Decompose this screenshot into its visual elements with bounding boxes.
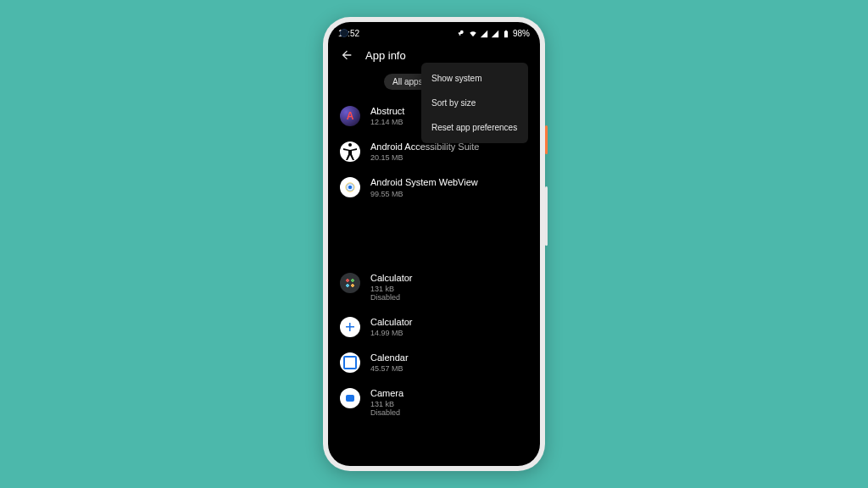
signal-icon-2 xyxy=(491,30,499,38)
app-meta: Calculator14.99 MB xyxy=(370,317,413,337)
app-row[interactable]: Calculator131 kBDisabled xyxy=(340,265,528,309)
menu-item-reset-preferences[interactable]: Reset app preferences xyxy=(421,115,528,140)
wifi-icon xyxy=(469,30,477,38)
volume-button[interactable] xyxy=(545,186,548,246)
page-title: App info xyxy=(365,49,406,62)
phone-frame: 18:52 98% App info All apps Show syst xyxy=(323,17,545,471)
app-name: Camera xyxy=(370,388,403,399)
app-status: Disabled xyxy=(370,408,403,417)
webview-icon xyxy=(340,177,360,197)
app-size: 131 kB xyxy=(370,400,403,408)
app-row[interactable]: Calendar45.57 MB xyxy=(340,345,528,380)
power-button[interactable] xyxy=(545,125,548,154)
app-meta: Android Accessibility Suite20.15 MB xyxy=(370,141,479,162)
camera-icon xyxy=(340,388,360,408)
app-meta: Calendar45.57 MB xyxy=(370,352,409,373)
back-button[interactable] xyxy=(340,48,353,62)
vpn-key-icon xyxy=(458,30,466,38)
app-size: 12.14 MB xyxy=(370,118,404,126)
app-name: Abstruct xyxy=(370,106,404,117)
filter-chip-label: All apps xyxy=(392,77,423,86)
status-bar: 18:52 98% xyxy=(328,22,540,42)
app-name: Android System WebView xyxy=(370,177,478,188)
app-name: Calculator xyxy=(370,317,413,328)
battery-percent: 98% xyxy=(513,29,530,38)
accessibility-icon xyxy=(340,141,360,162)
front-camera xyxy=(340,29,348,37)
calendar-icon xyxy=(340,352,360,373)
svg-point-1 xyxy=(348,186,353,190)
screen: 18:52 98% App info All apps Show syst xyxy=(328,22,540,466)
abstruct-icon: A xyxy=(340,106,360,126)
app-size: 45.57 MB xyxy=(370,364,409,373)
app-name: Calculator xyxy=(370,273,413,284)
app-meta: Camera131 kBDisabled xyxy=(370,388,403,417)
app-row[interactable]: Calculator14.99 MB xyxy=(340,309,528,345)
app-meta: Android System WebView99.55 MB xyxy=(370,177,478,197)
app-name: Android Accessibility Suite xyxy=(370,141,479,152)
app-name: Calendar xyxy=(370,352,409,363)
app-size: 14.99 MB xyxy=(370,329,413,337)
app-meta: Calculator131 kBDisabled xyxy=(370,273,413,302)
app-size: 99.55 MB xyxy=(370,190,478,198)
app-size: 20.15 MB xyxy=(370,153,479,162)
status-icons: 98% xyxy=(458,29,530,38)
svg-point-0 xyxy=(348,143,352,147)
arrow-back-icon xyxy=(340,48,353,62)
menu-item-sort-by-size[interactable]: Sort by size xyxy=(421,91,528,115)
calculator-light-icon xyxy=(340,317,360,337)
overflow-menu: Show system Sort by size Reset app prefe… xyxy=(421,63,528,143)
app-row[interactable]: Android System WebView99.55 MB xyxy=(340,169,528,205)
app-meta: Abstruct12.14 MB xyxy=(370,106,404,126)
app-list[interactable]: AAbstruct12.14 MBAndroid Accessibility S… xyxy=(328,98,540,424)
signal-icon xyxy=(480,30,488,38)
app-row[interactable]: Camera131 kBDisabled xyxy=(340,380,528,424)
calculator-dark-icon xyxy=(340,273,360,293)
battery-icon xyxy=(502,30,510,38)
app-size: 131 kB xyxy=(370,285,413,293)
app-status: Disabled xyxy=(370,293,413,302)
menu-item-show-system[interactable]: Show system xyxy=(421,66,528,91)
